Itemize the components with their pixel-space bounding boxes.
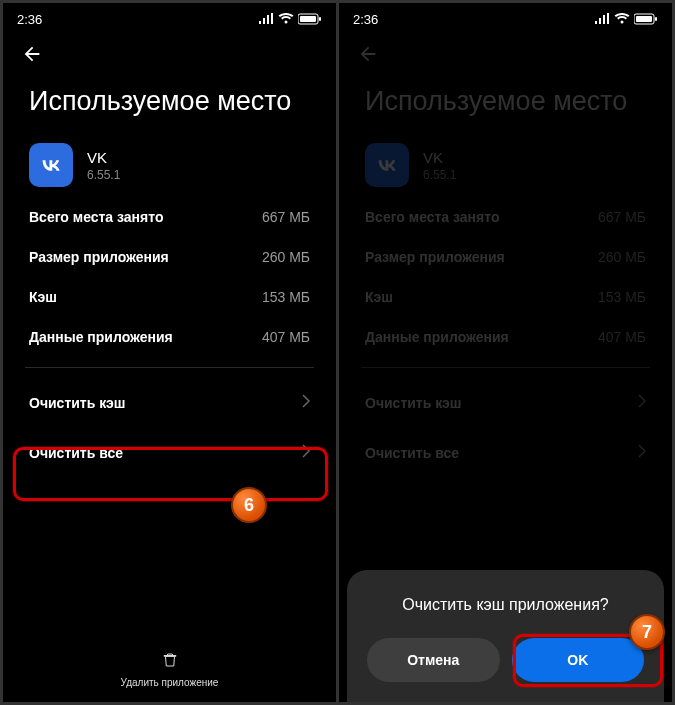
chevron-right-icon: [638, 394, 646, 412]
divider: [361, 367, 650, 368]
row-total: Всего места занято 667 МБ: [3, 197, 336, 237]
back-arrow-icon[interactable]: [21, 43, 43, 65]
clear-cache-label: Очистить кэш: [29, 395, 125, 411]
label-cache: Кэш: [29, 289, 57, 305]
clear-all-label: Очистить все: [365, 445, 459, 461]
value-data: 407 МБ: [262, 329, 310, 345]
clear-cache-row[interactable]: Очистить кэш: [339, 378, 672, 428]
cancel-button[interactable]: Отмена: [367, 638, 500, 682]
app-name: VK: [87, 149, 120, 166]
status-bar: 2:36: [339, 3, 672, 31]
value-data: 407 МБ: [598, 329, 646, 345]
page-title: Используемое место: [339, 69, 672, 125]
svg-rect-5: [655, 17, 657, 21]
screen-left: 2:36 Используемое место VK 6.55.1 Всего …: [3, 3, 336, 702]
label-app-size: Размер приложения: [29, 249, 169, 265]
back-row: [3, 31, 336, 69]
screen-right: 2:36 Используемое место VK 6.55.1 Всего …: [339, 3, 672, 702]
svg-rect-1: [300, 16, 316, 22]
row-data: Данные приложения 407 МБ: [339, 317, 672, 357]
value-app-size: 260 МБ: [262, 249, 310, 265]
chevron-right-icon: [302, 394, 310, 412]
label-data: Данные приложения: [365, 329, 509, 345]
row-cache: Кэш 153 МБ: [339, 277, 672, 317]
dialog-buttons: Отмена OK: [367, 638, 644, 682]
step-badge-7: 7: [629, 614, 665, 650]
status-icons: [594, 13, 658, 25]
row-data: Данные приложения 407 МБ: [3, 317, 336, 357]
divider: [25, 367, 314, 368]
svg-rect-2: [319, 17, 321, 21]
clear-cache-row[interactable]: Очистить кэш: [3, 378, 336, 428]
trash-icon: [161, 651, 179, 673]
battery-icon: [298, 13, 322, 25]
value-total: 667 МБ: [262, 209, 310, 225]
status-time: 2:36: [353, 12, 378, 27]
app-row: VK 6.55.1: [3, 125, 336, 197]
vk-app-icon: [365, 143, 409, 187]
step-badge-6: 6: [231, 487, 267, 523]
value-cache: 153 МБ: [598, 289, 646, 305]
app-info: VK 6.55.1: [423, 149, 456, 182]
ok-button[interactable]: OK: [512, 638, 645, 682]
label-total: Всего места занято: [365, 209, 499, 225]
app-version: 6.55.1: [423, 168, 456, 182]
battery-icon: [634, 13, 658, 25]
label-data: Данные приложения: [29, 329, 173, 345]
page-title: Используемое место: [3, 69, 336, 125]
row-app-size: Размер приложения 260 МБ: [3, 237, 336, 277]
row-cache: Кэш 153 МБ: [3, 277, 336, 317]
clear-all-row[interactable]: Очистить все: [3, 428, 336, 478]
app-info: VK 6.55.1: [87, 149, 120, 182]
value-cache: 153 МБ: [262, 289, 310, 305]
value-total: 667 МБ: [598, 209, 646, 225]
label-total: Всего места занято: [29, 209, 163, 225]
confirm-dialog: Очистить кэш приложения? Отмена OK: [347, 570, 664, 702]
row-total: Всего места занято 667 МБ: [339, 197, 672, 237]
back-row: [339, 31, 672, 69]
chevron-right-icon: [302, 444, 310, 462]
svg-rect-4: [636, 16, 652, 22]
app-version: 6.55.1: [87, 168, 120, 182]
label-cache: Кэш: [365, 289, 393, 305]
back-arrow-icon[interactable]: [357, 43, 379, 65]
clear-all-label: Очистить все: [29, 445, 123, 461]
row-app-size: Размер приложения 260 МБ: [339, 237, 672, 277]
value-app-size: 260 МБ: [598, 249, 646, 265]
status-icons: [258, 13, 322, 25]
vk-app-icon: [29, 143, 73, 187]
app-row: VK 6.55.1: [339, 125, 672, 197]
clear-cache-label: Очистить кэш: [365, 395, 461, 411]
bottom-bar[interactable]: Удалить приложение: [3, 641, 336, 702]
clear-all-row[interactable]: Очистить все: [339, 428, 672, 478]
wifi-icon: [614, 13, 630, 25]
wifi-icon: [278, 13, 294, 25]
dialog-title: Очистить кэш приложения?: [367, 596, 644, 614]
status-bar: 2:36: [3, 3, 336, 31]
signal-icon: [594, 13, 610, 25]
status-time: 2:36: [17, 12, 42, 27]
app-name: VK: [423, 149, 456, 166]
delete-app-label: Удалить приложение: [121, 677, 219, 688]
signal-icon: [258, 13, 274, 25]
label-app-size: Размер приложения: [365, 249, 505, 265]
chevron-right-icon: [638, 444, 646, 462]
